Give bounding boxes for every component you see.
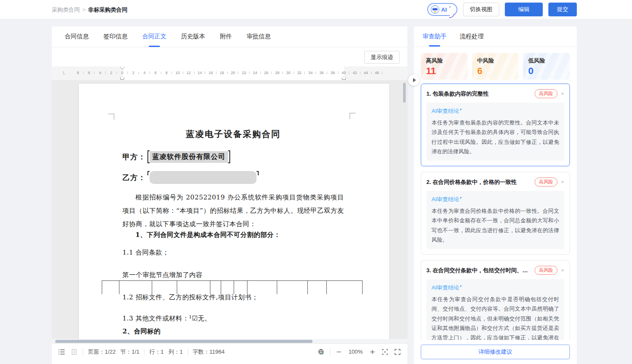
zoom-in-icon[interactable] [369,348,376,356]
ai-conclusion-label: AI审查结论✦˙ [432,196,463,203]
medium-risk-count: 6 [477,65,514,77]
divider [83,348,83,355]
ai-assistant-button[interactable]: AI ✦ [427,3,457,16]
zoom-level[interactable]: 100% [347,348,364,355]
status-page: 页面：1/22 [88,348,116,356]
ai-badge-label: AI [441,6,447,13]
page-layout-icon[interactable] [70,348,78,356]
show-trace-button[interactable]: 显示痕迹 [364,51,400,64]
breadcrumb-parent[interactable]: 采购类合同 [52,6,80,13]
document-panel: 合同信息 签印信息 合同正文 历史版本 附件 审批信息 显示痕迹 L 86420… [52,26,407,364]
collapse-panel-button[interactable] [408,75,419,86]
party-a-row: 甲方： 蓝凌软件股份有限公司 [122,149,344,164]
risk-item-text: 本任务为审查合同交付条款中是否明确包括交付时间、交付地点、交付内容等。合同文本中… [432,295,559,340]
top-bar: 采购类合同>非标采购类合同 AI ✦ 切换视图 编辑 提交 [0,0,632,19]
document-page[interactable]: 蓝凌电子设备采购合同 甲方： 蓝凌软件股份有限公司 乙方： [79,84,389,339]
chevron-up-icon[interactable]: ∧ [561,268,564,272]
contract-table [102,280,363,294]
first-line-indent-marker[interactable] [120,66,125,69]
low-risk-count: 0 [528,65,565,77]
document-content: 蓝凌电子设备采购合同 甲方： 蓝凌软件股份有限公司 乙方： [122,128,344,336]
ruler-numbers: 8642024681012141618202224262830323436384… [72,70,382,76]
tab-contract-body[interactable]: 合同正文 [142,26,166,47]
status-section: 节：1/1 [120,348,139,356]
status-column: 列：1 [169,348,183,356]
document-status-bar: 页面：1/22 节：1/1 行：1 列：1 字数：11964 100% [52,343,407,360]
status-line: 行：1 [149,348,163,356]
risk-item-text: 本任务为审查包装条款内容的完整性。合同文本中未涉及任何关于包装条款的具体内容，可… [432,118,559,156]
table-cell [102,281,119,294]
text-boundary-mark-right [350,113,356,119]
risk-item-body: AI审查结论✦˙ 本任务为审查合同交付条款中是否明确包括交付时间、交付地点、交付… [426,279,564,340]
chevron-up-icon[interactable]: ∧ [561,91,564,96]
divider [330,348,330,355]
inserted-note-line: 第一个审批节点增加了内容 [122,271,344,279]
ruler: L 86420246810121416182022242628303234363… [52,66,407,80]
text-boundary-mark-left [108,114,114,120]
table-cell [210,281,221,294]
edit-button[interactable]: 编辑 [505,3,543,16]
table-cell [277,281,308,294]
ai-conclusion-label: AI审查结论✦˙ [432,284,463,292]
bracket-right-icon [257,171,259,175]
risk-item-3[interactable]: 3. 在合同交付条款中，包括交付时间、交... 高风险 ∧ AI审查结论✦˙ 本… [421,260,570,340]
tab-seal-info[interactable]: 签印信息 [103,26,128,47]
contract-intro-paragraph: 根据招标编号为 202522019 办公系统软件采购项目货物类采购项目项目（以下… [122,191,344,231]
high-risk-count: 11 [426,65,463,77]
zoom-out-icon[interactable] [335,348,343,356]
tab-approval-info[interactable]: 审批信息 [247,26,271,47]
risk-level-badge: 高风险 [535,266,557,275]
spellcheck-globe-icon[interactable] [317,348,325,356]
document-tabs: 合同信息 签印信息 合同正文 历史版本 附件 审批信息 [52,26,407,47]
tab-contract-info[interactable]: 合同信息 [65,26,89,47]
chevron-up-icon[interactable]: ∧ [561,180,564,184]
submit-button[interactable]: 提交 [548,3,577,16]
party-b-redacted-value [150,171,257,184]
party-b-row: 乙方： [122,170,344,185]
medium-risk-label: 中风险 [477,57,514,65]
switch-view-button[interactable]: 切换视图 [463,3,499,16]
risk-item-2[interactable]: 2. 在合同价格条款中，价格的一致性 高风险 ∧ AI审查结论✦˙ 本任务为审查… [421,172,570,255]
vertical-scrollbar[interactable] [403,83,406,103]
clause-1-2: 1.2 招标文件、乙方的投标文件,项目计划书； [122,293,344,302]
tab-history-versions[interactable]: 历史版本 [181,26,205,47]
risk-item-1[interactable]: 1. 包装条款内容的完整性 高风险 ∧ AI审查结论✦˙ 本任务为审查包装条款内… [421,84,570,166]
fit-page-icon[interactable] [381,348,389,356]
medium-risk-card[interactable]: 中风险 6 [472,53,519,80]
horizontal-scrollbar-thumb[interactable] [55,340,313,343]
risk-item-body: AI审查结论✦˙ 本任务为审查合同价格条款中价格的一致性。合同文本中单价和金额存… [426,191,564,249]
sparkle-icon: ✦˙ [459,108,463,112]
sparkle-icon: ✦˙ [459,196,463,200]
clause-2-title: 2、合同标的 [122,327,344,336]
horizontal-scrollbar-track[interactable] [52,339,407,343]
party-a-field[interactable]: 蓝凌软件股份有限公司 [147,150,230,163]
divider [188,348,188,355]
document-canvas: 蓝凌电子设备采购合同 甲方： 蓝凌软件股份有限公司 乙方： [52,80,407,339]
breadcrumb-current: 非标采购类合同 [88,6,128,13]
party-a-label: 甲方： [122,152,146,162]
table-cell [308,281,327,294]
table-cell [327,281,362,294]
risk-item-title: 1. 包装条款内容的完整性 [426,90,531,98]
low-risk-label: 低风险 [528,57,565,65]
sparkle-icon: ✦ [448,5,451,9]
outline-list-icon[interactable] [58,348,66,356]
tab-attachments[interactable]: 附件 [220,26,232,47]
party-a-value: 蓝凌软件股份有限公司 [150,151,228,163]
low-risk-card[interactable]: 低风险 0 [523,53,570,80]
divider [144,348,144,355]
fullscreen-icon[interactable] [394,348,401,356]
detailed-suggestions-button[interactable]: 详细修改建议 [421,345,570,359]
tab-review-assistant[interactable]: 审查助手 [422,26,447,47]
table-cell [152,281,177,294]
party-b-field[interactable] [147,171,259,184]
table-cell [119,281,152,294]
high-risk-card[interactable]: 高风险 11 [421,53,468,80]
risk-item-list[interactable]: 1. 包装条款内容的完整性 高风险 ∧ AI审查结论✦˙ 本任务为审查包装条款内… [421,84,570,340]
risk-item-title: 3. 在合同交付条款中，包括交付时间、交... [426,267,531,274]
clause-1-3: 1.3 其他文件或材料：¹☑无。 [122,314,344,323]
chevron-right-icon [413,78,416,82]
tab-process-handling[interactable]: 流程处理 [460,26,484,47]
risk-summary: 高风险 11 中风险 6 低风险 0 [414,47,577,81]
risk-item-title: 2. 在合同价格条款中，价格的一致性 [426,178,531,186]
